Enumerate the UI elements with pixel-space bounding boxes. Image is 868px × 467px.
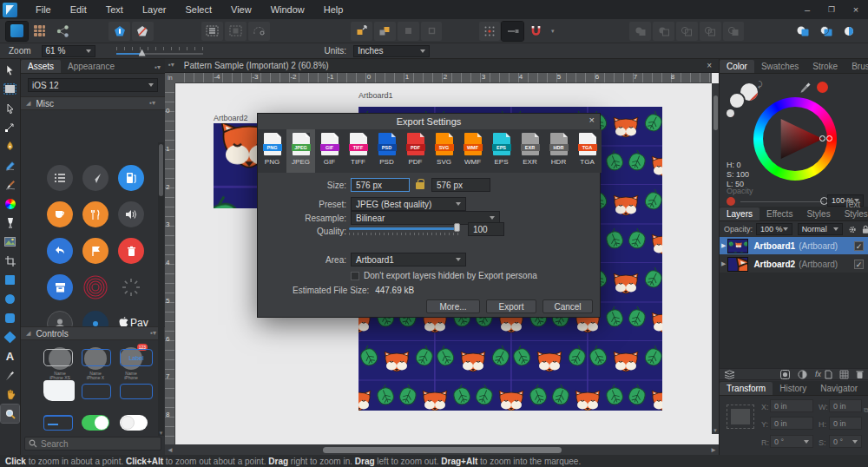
hidden-layers-checkbox-row[interactable]: Don't export layers hidden by Export per… (351, 271, 537, 280)
vscroll-thumb[interactable] (713, 95, 718, 130)
size-height-input[interactable]: 576 px (431, 178, 490, 192)
format-jpeg[interactable]: JPEGJPEG (286, 129, 315, 173)
layer-row-artboard1[interactable]: ▶ Artboard1 (Artboard) ✓ (720, 237, 868, 254)
quality-value-input[interactable]: 100 (468, 222, 504, 236)
ellipse-tool[interactable] (1, 290, 19, 308)
vector-brush-tool[interactable] (1, 175, 19, 194)
menu-window[interactable]: Window (261, 0, 314, 19)
tab-swatches[interactable]: Swatches (754, 60, 806, 73)
s-input[interactable]: 0 ° (829, 435, 862, 448)
hscroll-thumb[interactable] (323, 447, 562, 453)
current-color-swatch[interactable] (817, 82, 828, 93)
size-width-input[interactable]: 576 px (351, 178, 410, 192)
control-callout-asset[interactable] (43, 380, 75, 401)
gear-icon[interactable] (848, 225, 857, 234)
geom-add-button[interactable] (792, 22, 814, 41)
delete-layer-icon[interactable] (856, 370, 864, 379)
control-label-asset[interactable]: Label (120, 349, 153, 366)
bool-combine-button[interactable] (723, 22, 745, 41)
asset-spinner-item[interactable] (118, 274, 144, 300)
control-toggle-off-asset[interactable] (120, 415, 148, 431)
format-psd[interactable]: PSDPSD (372, 129, 401, 173)
quality-slider[interactable] (258, 225, 602, 237)
artboard2-label[interactable]: Artboard2 (214, 114, 248, 122)
asset-archive-item[interactable] (47, 274, 73, 300)
control-field-asset[interactable] (82, 384, 111, 399)
tab-transform[interactable]: Transform (720, 382, 773, 395)
pencil-tool[interactable] (1, 156, 19, 174)
layer-visibility-checkbox[interactable]: ✓ (854, 241, 864, 251)
node-tool[interactable] (1, 99, 19, 117)
asset-fingerprint-item[interactable] (82, 274, 108, 300)
tab-character[interactable]: Character (865, 382, 868, 395)
panel-menu-icon[interactable]: ▪▾ (155, 63, 165, 73)
sl-selector[interactable] (819, 135, 825, 141)
format-gif[interactable]: GIFGIF (315, 129, 344, 173)
assets-scrollbar[interactable]: ▼ (158, 142, 164, 436)
adjustment-icon[interactable] (798, 370, 807, 379)
move-backward-button[interactable] (374, 22, 396, 41)
asset-category-dropdown[interactable]: iOS 12 (28, 78, 158, 92)
format-tga[interactable]: TGATGA (573, 129, 602, 173)
asset-cafe-item[interactable] (47, 201, 73, 227)
bool-divide-button[interactable] (700, 22, 721, 41)
tab-effects[interactable]: Effects (760, 207, 799, 220)
fill-swatch[interactable] (728, 92, 746, 109)
geom-intersect-button[interactable] (838, 22, 860, 41)
document-close-icon[interactable]: × (707, 61, 712, 70)
menu-edit[interactable]: Edit (61, 0, 96, 19)
point-transform-tool[interactable] (1, 118, 19, 136)
format-wmf[interactable]: WMFWMF (458, 129, 487, 173)
document-tab-title[interactable]: Pattern Sample (Important) 2 (60.8%) (184, 61, 329, 70)
move-back-button[interactable] (421, 22, 443, 41)
format-svg[interactable]: SVGSVG (430, 129, 458, 173)
magnet-dropdown-arrow[interactable]: ▾ (548, 28, 557, 35)
tab-layers[interactable]: Layers (720, 207, 760, 220)
no-style-button[interactable] (132, 22, 154, 41)
snapping-toggle-button[interactable] (502, 22, 523, 41)
hscroll-right-arrow[interactable]: ► (708, 446, 719, 454)
layers-opacity-dropdown[interactable]: 100 % (756, 223, 792, 235)
quality-slider-thumb[interactable] (454, 223, 460, 232)
cancel-button[interactable]: Cancel (542, 299, 593, 313)
magnet-snap-button[interactable] (525, 22, 547, 41)
insert-behind-button[interactable] (201, 22, 223, 41)
shapes-tool[interactable] (1, 328, 19, 346)
units-dropdown[interactable]: Inches (353, 45, 430, 57)
area-dropdown[interactable]: Artboard1 (351, 253, 466, 266)
layers-stack-icon[interactable] (724, 370, 735, 379)
export-button[interactable]: Export (486, 299, 536, 313)
place-image-tool[interactable] (1, 233, 19, 251)
pattern-icon[interactable] (839, 370, 849, 379)
format-pdf[interactable]: PDFPDF (401, 129, 430, 173)
asset-search[interactable] (24, 437, 161, 451)
vertical-scrollbar[interactable]: ▼ (712, 83, 719, 434)
asset-undo-item[interactable] (47, 238, 73, 264)
hscroll-left-arrow[interactable]: ◄ (165, 446, 175, 454)
tab-color[interactable]: Color (720, 60, 754, 73)
layer-row-artboard2[interactable]: ▶ Artboard2 (Artboard) ✓ (720, 255, 868, 273)
text-tool[interactable]: A (1, 347, 19, 365)
vscroll-down-arrow[interactable]: ▼ (712, 428, 719, 433)
transparency-tool[interactable] (1, 214, 19, 232)
size-lock-icon[interactable] (416, 178, 424, 189)
menu-layer[interactable]: Layer (133, 0, 176, 19)
bool-subtract-button[interactable] (653, 22, 674, 41)
format-hdr[interactable]: HDRHDR (544, 129, 573, 173)
bool-intersect-button[interactable] (676, 22, 698, 41)
move-front-button[interactable] (398, 22, 419, 41)
control-field-asset[interactable] (120, 384, 153, 399)
control-toggle-on-asset[interactable] (82, 415, 109, 431)
tab-styles[interactable]: Styles (799, 207, 837, 220)
zoom-value-dropdown[interactable]: 61 % (42, 45, 95, 57)
move-tool[interactable] (1, 61, 19, 79)
assets-scrollbar-thumb[interactable] (159, 144, 163, 196)
color-eyedropper-icon[interactable] (799, 82, 812, 94)
window-minimize-button[interactable]: – (795, 0, 819, 19)
asset-restaurant-item[interactable] (82, 201, 108, 227)
tab-appearance[interactable]: Appearance (61, 60, 122, 73)
new-layer-icon[interactable] (825, 370, 832, 379)
search-input[interactable] (41, 439, 145, 449)
view-tool[interactable] (1, 385, 19, 404)
artboard-tool[interactable] (1, 80, 19, 98)
